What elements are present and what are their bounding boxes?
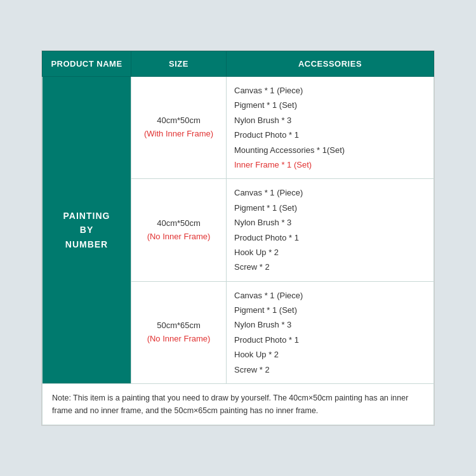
accessories-cell: Canvas * 1 (Piece)Pigment * 1 (Set)Nylon… bbox=[227, 281, 434, 383]
size-cell: 50cm*65cm(No Inner Frame) bbox=[131, 281, 227, 383]
size-cell: 40cm*50cm(No Inner Frame) bbox=[131, 179, 227, 281]
header-product-name: PRODUCT NAME bbox=[43, 51, 131, 76]
note-text: Note: This item is a painting that you n… bbox=[43, 384, 434, 425]
table-row: PAINTINGBYNUMBER40cm*50cm(With Inner Fra… bbox=[43, 76, 434, 178]
product-table: PRODUCT NAME SIZE ACCESSORIES PAINTINGBY… bbox=[42, 51, 434, 425]
product-name-cell: PAINTINGBYNUMBER bbox=[43, 76, 131, 383]
size-cell: 40cm*50cm(With Inner Frame) bbox=[131, 76, 227, 178]
accessories-cell: Canvas * 1 (Piece)Pigment * 1 (Set)Nylon… bbox=[227, 76, 434, 178]
note-row: Note: This item is a painting that you n… bbox=[43, 384, 434, 425]
product-table-wrapper: PRODUCT NAME SIZE ACCESSORIES PAINTINGBY… bbox=[41, 50, 435, 426]
header-accessories: ACCESSORIES bbox=[227, 51, 434, 76]
table-header-row: PRODUCT NAME SIZE ACCESSORIES bbox=[43, 51, 434, 76]
accessories-cell: Canvas * 1 (Piece)Pigment * 1 (Set)Nylon… bbox=[227, 179, 434, 281]
header-size: SIZE bbox=[131, 51, 227, 76]
